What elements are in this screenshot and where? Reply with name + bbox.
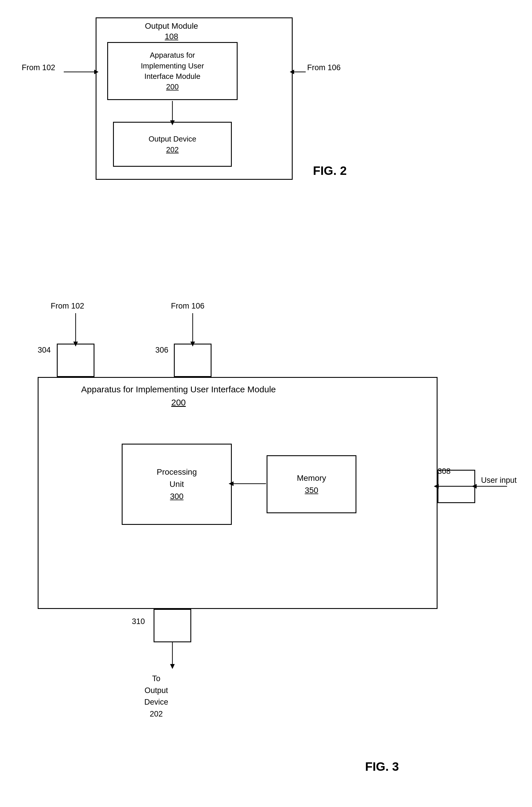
- fig2-output-device-box: Output Device 202: [113, 122, 232, 167]
- fig2-caption: FIG. 2: [313, 164, 347, 178]
- fig3-from102-label: From 102: [51, 301, 84, 311]
- fig2-from102-label: From 102: [22, 63, 55, 72]
- fig3-port304-label: 304: [38, 346, 51, 355]
- fig3-port-310-box: [154, 609, 191, 642]
- fig3-to-output-device-label: To Output Device 202: [144, 673, 168, 720]
- fig3-from106-label: From 106: [171, 301, 205, 311]
- fig2-from106-label: From 106: [307, 63, 341, 72]
- fig3-processing-unit-box: Processing Unit 300: [122, 444, 232, 525]
- fig3-port-304-box: [57, 344, 94, 377]
- fig3-module-label: Apparatus for Implementing User Interfac…: [81, 383, 276, 409]
- fig3-outer-box: [38, 377, 438, 609]
- fig2-apparatus-label: Apparatus for Implementing User Interfac…: [141, 50, 204, 92]
- fig3-caption: FIG. 3: [365, 760, 399, 774]
- fig3-memory-box: Memory 350: [267, 455, 356, 513]
- fig3-user-input-label: User input: [481, 475, 517, 486]
- fig3-port310-label: 310: [132, 617, 145, 626]
- fig3-port306-label: 306: [155, 346, 168, 355]
- fig3-port-306-box: [174, 344, 211, 377]
- fig2-output-device-label: Output Device 202: [149, 134, 196, 155]
- svg-marker-21: [170, 664, 175, 669]
- fig2-output-module-label: Output Module 108: [145, 21, 198, 42]
- fig3-port308-label: 308: [438, 467, 451, 476]
- fig3-memory-label: Memory 350: [297, 472, 326, 496]
- diagram-container: From 102 From 106 Output Module 108 Appa…: [0, 0, 532, 807]
- fig2-apparatus-box: Apparatus for Implementing User Interfac…: [107, 42, 238, 100]
- fig3-processing-unit-label: Processing Unit 300: [157, 466, 197, 502]
